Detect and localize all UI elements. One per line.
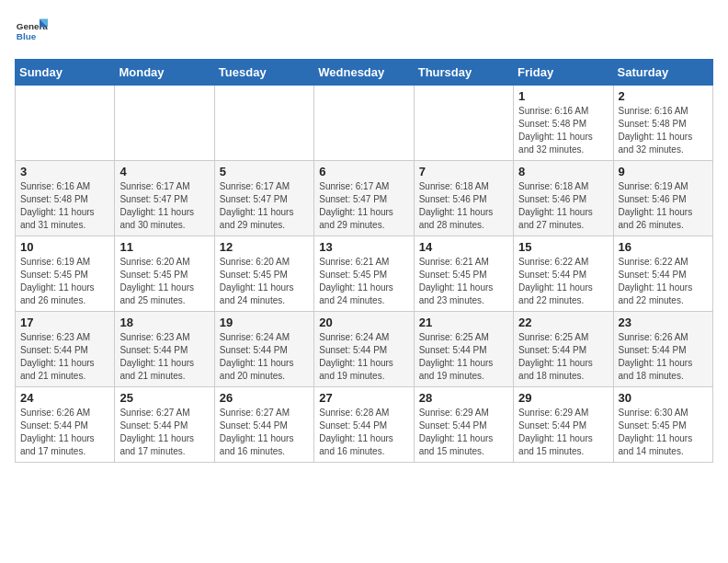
calendar-cell: 20Sunrise: 6:24 AM Sunset: 5:44 PM Dayli… [314, 312, 414, 387]
day-info: Sunrise: 6:29 AM Sunset: 5:44 PM Dayligh… [419, 407, 508, 458]
weekday-header-saturday: Saturday [613, 60, 712, 86]
day-number: 29 [518, 391, 608, 405]
weekday-header-tuesday: Tuesday [214, 60, 313, 86]
day-info: Sunrise: 6:18 AM Sunset: 5:46 PM Dayligh… [518, 180, 608, 232]
day-info: Sunrise: 6:24 AM Sunset: 5:44 PM Dayligh… [220, 331, 309, 383]
day-number: 24 [20, 391, 109, 405]
weekday-header-friday: Friday [514, 60, 613, 86]
day-info: Sunrise: 6:25 AM Sunset: 5:44 PM Dayligh… [518, 331, 608, 383]
day-number: 25 [119, 391, 209, 405]
calendar-cell: 19Sunrise: 6:24 AM Sunset: 5:44 PM Dayli… [214, 312, 313, 387]
calendar-cell: 9Sunrise: 6:19 AM Sunset: 5:46 PM Daylig… [613, 161, 712, 236]
weekday-header-sunday: Sunday [16, 60, 115, 86]
day-number: 30 [619, 391, 708, 405]
calendar-cell: 22Sunrise: 6:25 AM Sunset: 5:44 PM Dayli… [514, 312, 613, 387]
page-header: General Blue [15, 15, 713, 48]
day-number: 1 [518, 89, 608, 103]
day-number: 21 [419, 316, 508, 329]
calendar-cell: 17Sunrise: 6:23 AM Sunset: 5:44 PM Dayli… [16, 312, 115, 387]
calendar-cell [115, 86, 214, 161]
calendar-cell: 21Sunrise: 6:25 AM Sunset: 5:44 PM Dayli… [414, 312, 513, 387]
calendar-week-row: 17Sunrise: 6:23 AM Sunset: 5:44 PM Dayli… [16, 312, 713, 387]
day-number: 15 [518, 240, 608, 254]
day-info: Sunrise: 6:26 AM Sunset: 5:44 PM Dayligh… [619, 331, 708, 383]
day-number: 2 [619, 89, 708, 103]
day-info: Sunrise: 6:19 AM Sunset: 5:45 PM Dayligh… [20, 256, 109, 307]
day-number: 12 [220, 240, 309, 254]
svg-text:Blue: Blue [17, 31, 37, 41]
day-number: 28 [419, 391, 508, 405]
day-number: 16 [619, 240, 708, 254]
day-info: Sunrise: 6:23 AM Sunset: 5:44 PM Dayligh… [119, 331, 209, 383]
calendar-cell: 2Sunrise: 6:16 AM Sunset: 5:48 PM Daylig… [613, 86, 712, 161]
calendar-cell: 30Sunrise: 6:30 AM Sunset: 5:45 PM Dayli… [613, 387, 712, 463]
calendar-table: SundayMondayTuesdayWednesdayThursdayFrid… [15, 59, 713, 463]
day-number: 5 [220, 165, 309, 178]
calendar-cell: 24Sunrise: 6:26 AM Sunset: 5:44 PM Dayli… [16, 387, 115, 463]
day-info: Sunrise: 6:30 AM Sunset: 5:45 PM Dayligh… [619, 407, 708, 458]
day-info: Sunrise: 6:20 AM Sunset: 5:45 PM Dayligh… [220, 256, 309, 307]
day-info: Sunrise: 6:18 AM Sunset: 5:46 PM Dayligh… [419, 180, 508, 232]
day-info: Sunrise: 6:17 AM Sunset: 5:47 PM Dayligh… [220, 180, 309, 232]
day-info: Sunrise: 6:27 AM Sunset: 5:44 PM Dayligh… [220, 407, 309, 458]
day-info: Sunrise: 6:24 AM Sunset: 5:44 PM Dayligh… [319, 331, 408, 383]
calendar-cell: 15Sunrise: 6:22 AM Sunset: 5:44 PM Dayli… [514, 236, 613, 312]
day-number: 8 [518, 165, 608, 178]
calendar-cell: 6Sunrise: 6:17 AM Sunset: 5:47 PM Daylig… [314, 161, 414, 236]
calendar-cell: 7Sunrise: 6:18 AM Sunset: 5:46 PM Daylig… [414, 161, 513, 236]
calendar-cell: 23Sunrise: 6:26 AM Sunset: 5:44 PM Dayli… [613, 312, 712, 387]
day-info: Sunrise: 6:22 AM Sunset: 5:44 PM Dayligh… [619, 256, 708, 307]
day-info: Sunrise: 6:27 AM Sunset: 5:44 PM Dayligh… [119, 407, 209, 458]
day-info: Sunrise: 6:26 AM Sunset: 5:44 PM Dayligh… [20, 407, 109, 458]
day-number: 10 [20, 240, 109, 254]
calendar-cell: 5Sunrise: 6:17 AM Sunset: 5:47 PM Daylig… [214, 161, 313, 236]
weekday-header-thursday: Thursday [414, 60, 513, 86]
day-info: Sunrise: 6:19 AM Sunset: 5:46 PM Dayligh… [619, 180, 708, 232]
calendar-cell: 3Sunrise: 6:16 AM Sunset: 5:48 PM Daylig… [16, 161, 115, 236]
calendar-cell: 14Sunrise: 6:21 AM Sunset: 5:45 PM Dayli… [414, 236, 513, 312]
calendar-cell: 29Sunrise: 6:29 AM Sunset: 5:44 PM Dayli… [514, 387, 613, 463]
day-info: Sunrise: 6:16 AM Sunset: 5:48 PM Dayligh… [518, 105, 608, 156]
day-number: 14 [419, 240, 508, 254]
calendar-cell: 12Sunrise: 6:20 AM Sunset: 5:45 PM Dayli… [214, 236, 313, 312]
calendar-cell: 18Sunrise: 6:23 AM Sunset: 5:44 PM Dayli… [115, 312, 214, 387]
day-number: 22 [518, 316, 608, 329]
day-number: 26 [220, 391, 309, 405]
calendar-cell [16, 86, 115, 161]
logo: General Blue [15, 15, 48, 48]
calendar-cell: 8Sunrise: 6:18 AM Sunset: 5:46 PM Daylig… [514, 161, 613, 236]
calendar-cell: 28Sunrise: 6:29 AM Sunset: 5:44 PM Dayli… [414, 387, 513, 463]
calendar-cell: 26Sunrise: 6:27 AM Sunset: 5:44 PM Dayli… [214, 387, 313, 463]
day-info: Sunrise: 6:17 AM Sunset: 5:47 PM Dayligh… [119, 180, 209, 232]
weekday-header-row: SundayMondayTuesdayWednesdayThursdayFrid… [16, 60, 713, 86]
day-number: 27 [319, 391, 408, 405]
calendar-cell: 25Sunrise: 6:27 AM Sunset: 5:44 PM Dayli… [115, 387, 214, 463]
calendar-week-row: 24Sunrise: 6:26 AM Sunset: 5:44 PM Dayli… [16, 387, 713, 463]
day-number: 18 [119, 316, 209, 329]
day-info: Sunrise: 6:23 AM Sunset: 5:44 PM Dayligh… [20, 331, 109, 383]
calendar-cell: 11Sunrise: 6:20 AM Sunset: 5:45 PM Dayli… [115, 236, 214, 312]
day-info: Sunrise: 6:28 AM Sunset: 5:44 PM Dayligh… [319, 407, 408, 458]
weekday-header-monday: Monday [115, 60, 214, 86]
day-number: 19 [220, 316, 309, 329]
calendar-cell: 16Sunrise: 6:22 AM Sunset: 5:44 PM Dayli… [613, 236, 712, 312]
calendar-cell [414, 86, 513, 161]
day-number: 20 [319, 316, 408, 329]
calendar-cell: 27Sunrise: 6:28 AM Sunset: 5:44 PM Dayli… [314, 387, 414, 463]
day-info: Sunrise: 6:25 AM Sunset: 5:44 PM Dayligh… [419, 331, 508, 383]
logo-icon: General Blue [15, 15, 48, 48]
day-info: Sunrise: 6:21 AM Sunset: 5:45 PM Dayligh… [419, 256, 508, 307]
weekday-header-wednesday: Wednesday [314, 60, 414, 86]
day-number: 4 [119, 165, 209, 178]
day-info: Sunrise: 6:21 AM Sunset: 5:45 PM Dayligh… [319, 256, 408, 307]
calendar-cell: 1Sunrise: 6:16 AM Sunset: 5:48 PM Daylig… [514, 86, 613, 161]
calendar-week-row: 3Sunrise: 6:16 AM Sunset: 5:48 PM Daylig… [16, 161, 713, 236]
calendar-cell: 10Sunrise: 6:19 AM Sunset: 5:45 PM Dayli… [16, 236, 115, 312]
day-number: 9 [619, 165, 708, 178]
day-info: Sunrise: 6:16 AM Sunset: 5:48 PM Dayligh… [20, 180, 109, 232]
day-info: Sunrise: 6:16 AM Sunset: 5:48 PM Dayligh… [619, 105, 708, 156]
day-number: 3 [20, 165, 109, 178]
day-info: Sunrise: 6:22 AM Sunset: 5:44 PM Dayligh… [518, 256, 608, 307]
calendar-cell [214, 86, 313, 161]
calendar-cell [314, 86, 414, 161]
